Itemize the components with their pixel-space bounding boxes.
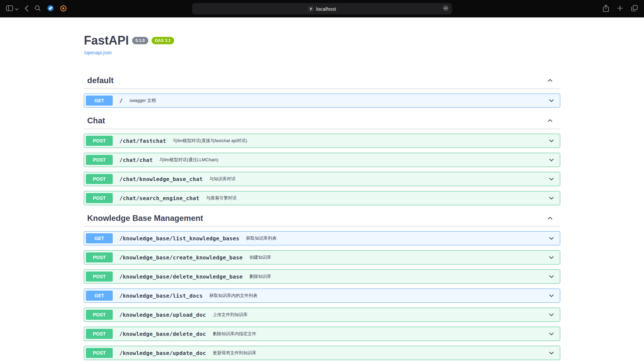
operation-row[interactable]: POST /chat/knowledge_base_chat 与知识库对话 xyxy=(84,172,560,186)
operation-row[interactable]: POST /chat/search_engine_chat 与搜索引擎对话 xyxy=(84,191,560,205)
operation-row[interactable]: POST /knowledge_base/update_doc 更新现有文件到知… xyxy=(84,346,560,360)
api-title-text: FastAPI xyxy=(84,34,129,47)
method-badge: POST xyxy=(86,174,113,184)
method-badge: POST xyxy=(86,155,113,165)
operation-summary-bar[interactable]: POST /chat/knowledge_base_chat 与知识库对话 xyxy=(84,172,560,186)
section-header[interactable]: Chat xyxy=(84,113,560,129)
operation-summary-bar[interactable]: POST /chat/fastchat 与llm模型对话(直接与fastchat… xyxy=(84,134,560,147)
operation-row[interactable]: GET /knowledge_base/list_knowledge_bases… xyxy=(84,231,560,245)
operation-summary: 更新现有文件到知识库 xyxy=(213,350,545,356)
site-favicon xyxy=(308,6,314,12)
operation-summary: 与知识库对话 xyxy=(209,176,545,182)
operation-row[interactable]: GET /knowledge_base/list_docs 获取知识库内的文件列… xyxy=(84,289,560,303)
chevron-down-icon[interactable] xyxy=(545,157,558,163)
operation-path: /knowledge_base/list_docs xyxy=(116,293,206,299)
extension-orange-icon xyxy=(60,5,67,13)
new-tab-icon xyxy=(617,5,623,12)
chevron-up-icon[interactable] xyxy=(547,77,553,84)
chevron-down-icon[interactable] xyxy=(545,254,558,261)
operation-row[interactable]: POST /knowledge_base/delete_knowledge_ba… xyxy=(84,269,560,284)
operation-path: /chat/search_engine_chat xyxy=(116,195,203,201)
operation-path: /knowledge_base/create_knowledge_base xyxy=(116,254,246,261)
chevron-down-icon[interactable] xyxy=(545,235,558,242)
operation-summary: 获取知识库内的文件列表 xyxy=(209,293,545,299)
search-button[interactable] xyxy=(35,5,41,12)
chevron-down-icon[interactable] xyxy=(545,330,558,337)
api-info: FastAPI0.1.0OAS 3.1 /openapi.json xyxy=(84,34,560,56)
method-badge: POST xyxy=(86,329,113,339)
url-text: localhost xyxy=(316,6,336,12)
tab-overview-button[interactable] xyxy=(631,5,638,13)
operation-summary-bar[interactable]: POST /chat/chat 与llm模型对话(通过LLMChain) xyxy=(84,153,560,167)
api-sections: default GET / swagger 文档 Chat POST /ch xyxy=(84,72,560,362)
operation-path: /knowledge_base/update_doc xyxy=(116,350,209,356)
operation-row[interactable]: POST /knowledge_base/create_knowledge_ba… xyxy=(84,250,560,264)
section-operations: GET /knowledge_base/list_knowledge_bases… xyxy=(84,231,560,362)
method-badge: POST xyxy=(86,193,113,203)
section-operations: POST /chat/fastchat 与llm模型对话(直接与fastchat… xyxy=(84,134,560,205)
operation-summary: 与llm模型对话(直接与fastchat api对话) xyxy=(173,138,545,144)
operation-row[interactable]: POST /chat/fastchat 与llm模型对话(直接与fastchat… xyxy=(84,134,560,148)
operation-summary: 获取知识库列表 xyxy=(246,235,545,241)
operation-summary-bar[interactable]: GET /knowledge_base/list_docs 获取知识库内的文件列… xyxy=(84,289,560,302)
operation-summary-bar[interactable]: POST /knowledge_base/delete_knowledge_ba… xyxy=(84,270,560,283)
ellipsis-circle-icon xyxy=(443,5,449,12)
chevron-up-icon[interactable] xyxy=(547,117,553,124)
operation-summary: swagger 文档 xyxy=(129,98,545,104)
section-operations: GET / swagger 文档 xyxy=(84,94,560,108)
chevron-down-icon[interactable] xyxy=(545,176,558,182)
operation-path: /knowledge_base/delete_doc xyxy=(116,331,209,337)
chevron-down-icon[interactable] xyxy=(545,311,558,318)
operation-summary-bar[interactable]: POST /chat/search_engine_chat 与搜索引擎对话 xyxy=(84,191,560,205)
method-badge: POST xyxy=(86,348,113,358)
operation-path: / xyxy=(116,98,126,104)
operation-summary-bar[interactable]: POST /knowledge_base/create_knowledge_ba… xyxy=(84,251,560,264)
operation-summary-bar[interactable]: POST /knowledge_base/update_doc 更新现有文件到知… xyxy=(84,346,560,360)
chevron-down-icon[interactable] xyxy=(545,97,558,104)
chevron-down-icon[interactable] xyxy=(545,273,558,280)
section-header[interactable]: default xyxy=(84,72,560,89)
new-tab-button[interactable] xyxy=(617,5,623,12)
api-section: Chat POST /chat/fastchat 与llm模型对话(直接与fas… xyxy=(84,113,560,205)
chevron-down-icon[interactable] xyxy=(545,137,558,144)
method-badge: GET xyxy=(86,291,113,301)
operation-row[interactable]: POST /chat/chat 与llm模型对话(通过LLMChain) xyxy=(84,153,560,167)
method-badge: POST xyxy=(86,136,113,146)
extension-blue-button[interactable] xyxy=(47,5,54,13)
openapi-spec-link[interactable]: /openapi.json xyxy=(84,50,112,55)
operation-summary-bar[interactable]: GET / swagger 文档 xyxy=(84,94,560,107)
sidebar-toggle-button[interactable] xyxy=(6,5,13,12)
operation-summary-bar[interactable]: POST /knowledge_base/delete_doc 删除知识库内指定… xyxy=(84,327,560,341)
operation-row[interactable]: POST /knowledge_base/delete_doc 删除知识库内指定… xyxy=(84,327,560,341)
operation-summary: 上传文件到知识库 xyxy=(213,312,545,318)
section-title: default xyxy=(87,76,114,85)
operation-summary: 与llm模型对话(通过LLMChain) xyxy=(159,157,545,163)
operation-summary: 创建知识库 xyxy=(250,254,545,260)
operation-summary: 删除知识库内指定文件 xyxy=(213,331,545,337)
share-button[interactable] xyxy=(603,4,609,13)
operation-summary: 与搜索引擎对话 xyxy=(206,195,545,201)
extension-orange-button[interactable] xyxy=(60,5,67,13)
chevron-down-icon[interactable] xyxy=(545,350,558,356)
operation-row[interactable]: GET / swagger 文档 xyxy=(84,94,560,108)
chevron-up-icon[interactable] xyxy=(547,215,553,222)
chevron-down-icon[interactable] xyxy=(545,195,558,201)
chevron-down-icon[interactable] xyxy=(545,292,558,299)
sidebar-toggle-icon xyxy=(6,5,13,12)
operation-row[interactable]: POST /knowledge_base/upload_doc 上传文件到知识库 xyxy=(84,308,560,322)
operation-summary-bar[interactable]: GET /knowledge_base/list_knowledge_bases… xyxy=(84,232,560,245)
operation-path: /chat/fastchat xyxy=(116,138,169,144)
operation-summary: 删除知识库 xyxy=(250,274,545,280)
section-header[interactable]: Knowledge Base Management xyxy=(84,210,560,227)
section-title: Chat xyxy=(87,116,105,125)
operation-path: /knowledge_base/list_knowledge_bases xyxy=(116,235,243,242)
page-title: FastAPI0.1.0OAS 3.1 xyxy=(84,34,560,48)
swagger-page: FastAPI0.1.0OAS 3.1 /openapi.json defaul… xyxy=(77,34,567,362)
chevron-down-icon xyxy=(15,6,18,11)
page-settings-button[interactable] xyxy=(443,5,449,12)
back-button[interactable] xyxy=(24,5,29,13)
address-bar[interactable]: localhost xyxy=(192,3,452,14)
oas-badge: OAS 3.1 xyxy=(152,37,174,44)
operation-summary-bar[interactable]: POST /knowledge_base/upload_doc 上传文件到知识库 xyxy=(84,308,560,321)
sidebar-menu-button[interactable] xyxy=(15,6,18,11)
